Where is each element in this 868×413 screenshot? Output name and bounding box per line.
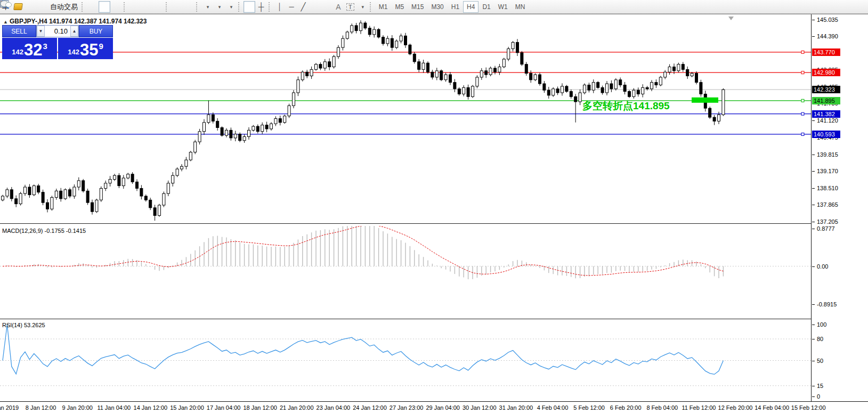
timeframe-H1[interactable]: H1 xyxy=(448,1,463,13)
toolbar-grip xyxy=(370,2,374,12)
macd-chart[interactable] xyxy=(0,226,811,319)
horizontal-line-tool-button[interactable]: ─ xyxy=(286,1,297,13)
candle-body xyxy=(391,38,393,47)
rsi-chart[interactable] xyxy=(0,320,811,401)
candle-body xyxy=(570,92,572,97)
price-tick-label: 139.815 xyxy=(817,151,838,158)
text-tool-button[interactable]: A xyxy=(332,1,344,13)
line-handle[interactable] xyxy=(801,71,804,74)
main-chart-panel[interactable]: ▲GBPJPY-,H4 141.974 142.387 141.974 142.… xyxy=(0,15,811,223)
sell-button[interactable]: SELL xyxy=(2,25,36,37)
candle-body xyxy=(404,36,407,45)
candlestick-chart-type-button[interactable] xyxy=(99,1,110,13)
candle-body xyxy=(628,92,631,97)
timeframe-M1[interactable]: M1 xyxy=(375,1,392,13)
candle-body xyxy=(86,191,89,203)
candle-body xyxy=(351,26,353,32)
candle-body xyxy=(498,67,501,72)
date-tick-label: 11 Jan 04:00 xyxy=(97,404,131,411)
volume-increase-button[interactable]: ▲ xyxy=(70,26,78,37)
timeframe-M30[interactable]: M30 xyxy=(427,1,447,13)
timeframe-D1[interactable]: D1 xyxy=(478,1,494,13)
auto-scroll-button[interactable] xyxy=(171,1,183,13)
fibonacci-tool-button[interactable]: F xyxy=(321,1,332,13)
price-axis[interactable]: 145.035144.390143.745143.085142.425141.7… xyxy=(811,14,868,401)
timeframe-W1[interactable]: W1 xyxy=(494,1,512,13)
date-axis[interactable]: 7 Jan 20198 Jan 12:009 Jan 20:0011 Jan 0… xyxy=(0,401,868,413)
buy-button[interactable]: BUY xyxy=(79,25,113,37)
candle-body xyxy=(556,89,559,93)
volume-decrease-button[interactable]: ▼ xyxy=(37,26,45,37)
green-highlight-bar[interactable] xyxy=(692,98,718,103)
candle-body xyxy=(140,188,143,196)
candle-body xyxy=(127,174,129,178)
bar-chart-type-button[interactable] xyxy=(87,1,99,13)
candle-body xyxy=(306,72,309,76)
candle-body xyxy=(69,190,71,196)
caret-down-icon: ▾ xyxy=(230,4,233,10)
price-tick-label: 100 xyxy=(817,321,826,328)
zoom-in-button[interactable] xyxy=(129,1,141,13)
label-tool-button[interactable]: T xyxy=(344,1,356,13)
arrows-tool-button[interactable]: ▾ xyxy=(356,1,368,13)
timeframe-H4[interactable]: H4 xyxy=(463,1,478,13)
volume-value[interactable]: 0.10 xyxy=(45,26,70,37)
candle-body xyxy=(552,89,555,95)
crosshair-tool-button[interactable]: ┼ xyxy=(255,1,267,13)
templates-button[interactable]: ▾ xyxy=(225,1,237,13)
macd-panel[interactable]: MACD(12,26,9) -0.1755 -0.1415 xyxy=(0,226,811,319)
toolbar-grip xyxy=(124,2,127,12)
indicators-button[interactable]: ▾ xyxy=(201,1,213,13)
timeframe-MN[interactable]: MN xyxy=(512,1,529,13)
history-center-icon[interactable] xyxy=(12,1,25,13)
rsi-panel[interactable]: RSI(14) 53.2625 xyxy=(0,320,811,401)
candle-body xyxy=(261,125,264,132)
candle-body xyxy=(561,86,564,93)
timeframe-M5[interactable]: M5 xyxy=(391,1,408,13)
candle-body xyxy=(632,90,635,96)
sell-price[interactable]: 142 32 3 xyxy=(2,38,57,59)
line-chart-type-button[interactable] xyxy=(110,1,122,13)
price-line-label: 140.593 xyxy=(812,131,840,138)
cursor-tool-button[interactable] xyxy=(244,1,255,13)
line-handle[interactable] xyxy=(801,112,804,115)
candle-body xyxy=(149,200,152,208)
candle-body xyxy=(265,125,268,129)
buy-price-sup: 9 xyxy=(99,42,103,51)
zoom-out-button[interactable] xyxy=(141,1,152,13)
tile-windows-button[interactable] xyxy=(152,1,164,13)
chart-shift-button[interactable] xyxy=(183,1,194,13)
candle-body xyxy=(234,134,237,138)
price-tick-label: 138.510 xyxy=(817,185,838,191)
candle-body xyxy=(642,87,644,94)
market-watch-icon[interactable] xyxy=(25,1,36,13)
candle-body xyxy=(377,29,380,37)
auto-trading-button[interactable]: 自动交易 xyxy=(48,1,80,13)
channel-tool-button[interactable]: E xyxy=(309,1,321,13)
timeframe-M15[interactable]: M15 xyxy=(408,1,427,13)
trendline-tool-button[interactable]: ╱ xyxy=(297,1,309,13)
candle-body xyxy=(588,85,590,90)
candle-body xyxy=(458,89,460,94)
candlestick-chart[interactable] xyxy=(0,15,811,223)
candle-body xyxy=(368,28,371,35)
candle-body xyxy=(181,166,183,169)
chart-shift-marker[interactable] xyxy=(728,17,734,20)
buy-price[interactable]: 142 35 9 xyxy=(58,38,113,59)
line-handle[interactable] xyxy=(801,133,804,135)
candle-body xyxy=(301,72,304,80)
periods-button[interactable]: ▾ xyxy=(213,1,225,13)
candle-body xyxy=(323,62,326,68)
buy-price-prefix: 142 xyxy=(68,48,79,56)
candle-body xyxy=(659,77,662,85)
vertical-line-tool-button[interactable]: │ xyxy=(274,1,286,13)
sell-price-prefix: 142 xyxy=(12,48,23,56)
price-line-label: 142.323 xyxy=(812,86,840,93)
line-handle[interactable] xyxy=(801,51,804,53)
date-tick-label: 11 Feb 12:00 xyxy=(682,404,716,411)
candle-body xyxy=(431,72,434,77)
candle-body xyxy=(467,87,469,96)
line-handle[interactable] xyxy=(801,99,804,102)
candle-body xyxy=(601,87,604,93)
signal-icon[interactable] xyxy=(36,1,48,13)
